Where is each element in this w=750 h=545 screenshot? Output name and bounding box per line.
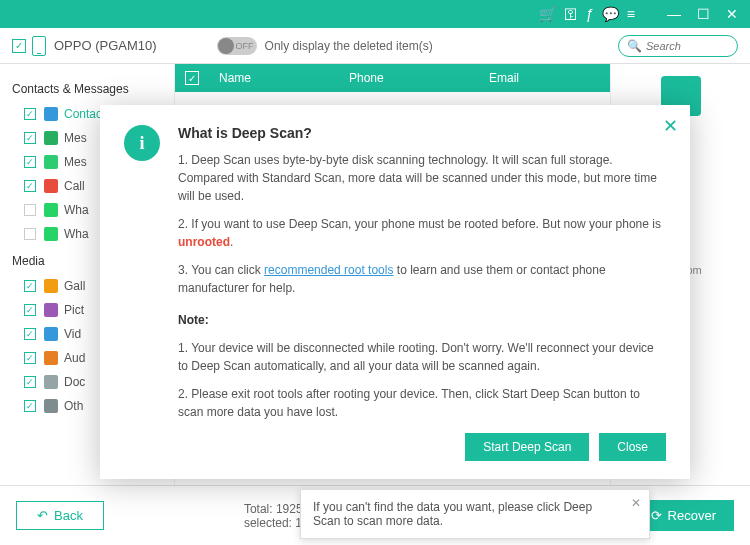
item-checkbox[interactable]: ✓ (24, 180, 36, 192)
category-icon (44, 155, 58, 169)
chat-icon[interactable]: 💬 (602, 6, 619, 22)
item-label: Wha (64, 227, 89, 241)
category-icon (44, 131, 58, 145)
deep-scan-modal: ✕ i What is Deep Scan? 1. Deep Scan uses… (100, 105, 690, 479)
item-label: Gall (64, 279, 85, 293)
section-contacts: Contacts & Messages (12, 82, 174, 96)
item-label: Aud (64, 351, 85, 365)
modal-p3: 3. You can click recommended root tools … (178, 261, 666, 297)
category-icon (44, 303, 58, 317)
category-icon (44, 279, 58, 293)
maximize-button[interactable]: ☐ (693, 6, 714, 22)
item-label: Wha (64, 203, 89, 217)
item-checkbox[interactable]: ✓ (24, 352, 36, 364)
back-arrow-icon: ↶ (37, 508, 48, 523)
close-window-button[interactable]: ✕ (722, 6, 742, 22)
tooltip-text: If you can't find the data you want, ple… (313, 500, 592, 528)
item-label: Pict (64, 303, 84, 317)
search-input[interactable] (646, 40, 726, 52)
item-checkbox[interactable]: ✓ (24, 108, 36, 120)
modal-p2: 2. If you want to use Deep Scan, your ph… (178, 215, 666, 251)
item-label: Oth (64, 399, 83, 413)
category-icon (44, 351, 58, 365)
note-2: 2. Please exit root tools after rooting … (178, 385, 666, 421)
titlebar: 🛒 ⚿ ƒ 💬 ≡ — ☐ ✕ (0, 0, 750, 28)
item-label: Call (64, 179, 85, 193)
item-label: Vid (64, 327, 81, 341)
unrooted-text: unrooted (178, 235, 230, 249)
cart-icon[interactable]: 🛒 (539, 6, 556, 22)
search-icon: 🔍 (627, 39, 642, 53)
deep-scan-tooltip: ✕ If you can't find the data you want, p… (300, 489, 650, 539)
category-icon (44, 107, 58, 121)
category-icon (44, 327, 58, 341)
deleted-toggle[interactable]: OFF (217, 37, 257, 55)
item-checkbox[interactable]: ✓ (24, 280, 36, 292)
category-icon (44, 179, 58, 193)
col-phone[interactable]: Phone (349, 71, 489, 85)
item-checkbox[interactable]: ✓ (24, 400, 36, 412)
select-all-checkbox[interactable]: ✓ (185, 71, 199, 85)
category-icon (44, 399, 58, 413)
modal-title: What is Deep Scan? (178, 125, 666, 141)
phone-icon (32, 36, 46, 56)
back-button[interactable]: ↶Back (16, 501, 104, 530)
item-label: Mes (64, 155, 87, 169)
item-label: Doc (64, 375, 85, 389)
minimize-button[interactable]: — (663, 6, 685, 22)
item-checkbox[interactable]: ✓ (24, 376, 36, 388)
item-checkbox[interactable]: ✓ (24, 204, 36, 216)
menu-icon[interactable]: ≡ (627, 6, 635, 22)
note-heading: Note: (178, 311, 666, 329)
col-email[interactable]: Email (489, 71, 610, 85)
root-tools-link[interactable]: recommended root tools (264, 263, 393, 277)
info-icon: i (124, 125, 160, 161)
col-name[interactable]: Name (219, 71, 349, 85)
item-checkbox[interactable]: ✓ (24, 304, 36, 316)
modal-close-button[interactable]: Close (599, 433, 666, 461)
start-deep-scan-button[interactable]: Start Deep Scan (465, 433, 589, 461)
toolbar: ✓ OPPO (PGAM10) OFF Only display the del… (0, 28, 750, 64)
toggle-label: Only display the deleted item(s) (265, 39, 433, 53)
category-icon (44, 203, 58, 217)
device-checkbox[interactable]: ✓ (12, 39, 26, 53)
device-name: OPPO (PGAM10) (54, 38, 157, 53)
tooltip-close-icon[interactable]: ✕ (631, 496, 641, 510)
modal-p1: 1. Deep Scan uses byte-by-byte disk scan… (178, 151, 666, 205)
category-icon (44, 227, 58, 241)
refresh-icon: ⟳ (651, 508, 662, 523)
modal-close-icon[interactable]: ✕ (663, 115, 678, 137)
item-checkbox[interactable]: ✓ (24, 132, 36, 144)
note-1: 1. Your device will be disconnected whil… (178, 339, 666, 375)
search-box[interactable]: 🔍 (618, 35, 738, 57)
item-checkbox[interactable]: ✓ (24, 228, 36, 240)
category-icon (44, 375, 58, 389)
key-icon[interactable]: ⚿ (564, 6, 578, 22)
item-label: Mes (64, 131, 87, 145)
item-checkbox[interactable]: ✓ (24, 328, 36, 340)
wrench-icon[interactable]: ƒ (586, 6, 594, 22)
list-header: ✓ Name Phone Email (175, 64, 610, 92)
item-checkbox[interactable]: ✓ (24, 156, 36, 168)
